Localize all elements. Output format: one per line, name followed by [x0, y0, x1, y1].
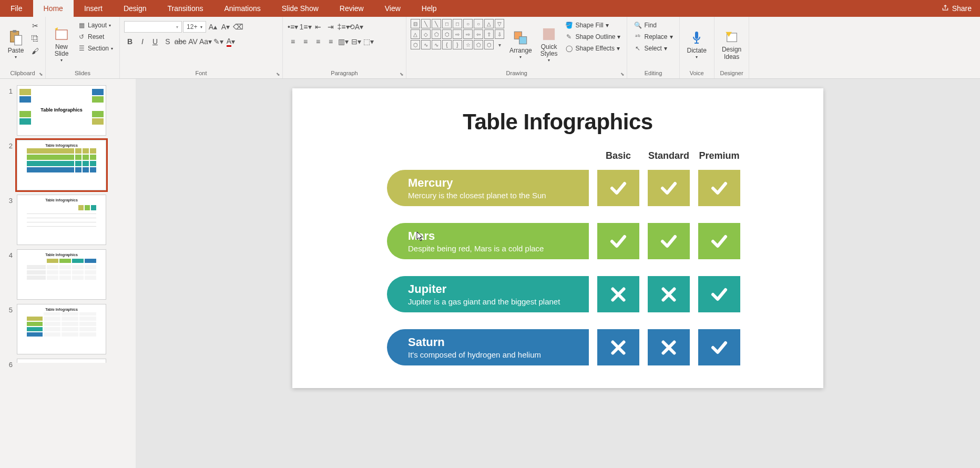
line-spacing-button[interactable]: ‡≡▾ — [338, 21, 349, 33]
cross-icon[interactable] — [648, 276, 690, 312]
tab-animations[interactable]: Animations — [213, 0, 271, 17]
copy-button[interactable]: ⿻ — [29, 33, 41, 44]
cut-button[interactable]: ✂ — [29, 20, 41, 32]
decrease-font-button[interactable]: A▾ — [220, 21, 231, 33]
design-ideas-button[interactable]: Design Ideas — [719, 19, 744, 70]
bold-button[interactable]: B — [124, 36, 136, 47]
thumbnail-6[interactable] — [17, 359, 106, 363]
strike-button[interactable]: abc — [175, 36, 186, 47]
slide-thumbnails[interactable]: 1 Table Infographics 2 Table Infographic… — [0, 79, 136, 468]
drawing-launcher[interactable]: ⬊ — [619, 71, 626, 77]
check-icon[interactable] — [597, 223, 639, 259]
find-button[interactable]: 🔍Find — [631, 20, 675, 30]
table-row-jupiter[interactable]: JupiterJupiter is a gas giant and the bi… — [387, 276, 797, 312]
check-icon[interactable] — [648, 223, 690, 259]
numbering-button[interactable]: 1≡▾ — [300, 21, 311, 33]
line-spacing-icon: ‡≡ — [338, 23, 346, 31]
table-infographic[interactable]: Basic Standard Premium MercuryMercury is… — [387, 150, 797, 365]
paste-button[interactable]: Paste ▾ — [4, 19, 27, 70]
reset-button[interactable]: ↺Reset — [75, 32, 115, 42]
change-case-button[interactable]: Aa▾ — [200, 36, 211, 47]
layout-button[interactable]: ▦Layout ▾ — [75, 20, 115, 30]
text-direction-button[interactable]: ⟲A▾ — [350, 21, 362, 33]
increase-font-button[interactable]: A▴ — [207, 21, 219, 33]
check-icon[interactable] — [698, 329, 740, 365]
shape-textbox-icon[interactable]: ⊟ — [411, 19, 420, 28]
slide[interactable]: Table Infographics Basic Standard Premiu… — [292, 88, 823, 388]
columns-button[interactable]: ▥▾ — [338, 36, 349, 47]
tab-review[interactable]: Review — [329, 0, 374, 17]
shapes-gallery[interactable]: ⊟╲╲□□○○△▽ △◇⬠⬡⇨⇨⇦⇧⇩ ⬡∿∿{}☆⬠⬡▾ — [411, 19, 504, 70]
shape-effects-button[interactable]: ◯Shape Effects ▾ — [563, 43, 622, 54]
dictate-button[interactable]: Dictate▾ — [684, 19, 710, 70]
clear-formatting-button[interactable]: ⌫ — [232, 21, 244, 33]
format-painter-button[interactable]: 🖌 — [29, 45, 41, 57]
group-voice: Dictate▾ Voice — [680, 17, 714, 78]
replace-button[interactable]: ᵃᵇReplace ▾ — [631, 32, 675, 42]
quick-styles-button[interactable]: Quick Styles▾ — [537, 19, 561, 70]
font-color-button[interactable]: A▾ — [225, 36, 237, 47]
justify-button[interactable]: ≡ — [325, 36, 336, 47]
table-row-saturn[interactable]: SaturnIt's composed of hydrogen and heli… — [387, 329, 797, 365]
italic-button[interactable]: I — [137, 36, 148, 47]
align-center-button[interactable]: ≡ — [300, 36, 311, 47]
shape-outline-label: Shape Outline — [575, 33, 615, 40]
font-launcher[interactable]: ⬊ — [275, 71, 281, 77]
font-name-input[interactable]: ▾ — [124, 21, 182, 33]
clipboard-launcher[interactable]: ⬊ — [38, 71, 44, 77]
highlight-button[interactable]: ✎▾ — [212, 36, 224, 47]
tab-home[interactable]: Home — [33, 0, 74, 17]
row-label[interactable]: JupiterJupiter is a gas giant and the bi… — [387, 276, 589, 312]
tab-file[interactable]: File — [0, 0, 33, 17]
check-icon[interactable] — [597, 170, 639, 206]
tab-insert[interactable]: Insert — [74, 0, 113, 17]
shadow-button[interactable]: S — [162, 36, 173, 47]
table-row-mars[interactable]: MarsDespite being red, Mars is a cold pl… — [387, 223, 797, 259]
indent-decrease-button[interactable]: ⇤ — [312, 21, 324, 33]
arrange-button[interactable]: Arrange▾ — [506, 19, 535, 70]
select-button[interactable]: ↖Select ▾ — [631, 43, 675, 54]
tab-slideshow[interactable]: Slide Show — [271, 0, 329, 17]
slide-canvas-area[interactable]: Table Infographics Basic Standard Premiu… — [136, 79, 980, 468]
tab-view[interactable]: View — [374, 0, 411, 17]
tab-design[interactable]: Design — [113, 0, 157, 17]
paste-icon — [7, 29, 24, 46]
tab-help[interactable]: Help — [411, 0, 447, 17]
cross-icon[interactable] — [597, 329, 639, 365]
cross-icon[interactable] — [597, 276, 639, 312]
new-slide-button[interactable]: New Slide ▾ — [50, 19, 73, 70]
align-text-button[interactable]: ⊟▾ — [350, 36, 362, 47]
shape-outline-button[interactable]: ✎Shape Outline ▾ — [563, 32, 622, 42]
check-icon[interactable] — [648, 170, 690, 206]
check-icon[interactable] — [698, 276, 740, 312]
char-spacing-button[interactable]: AV — [187, 36, 199, 47]
slide-title[interactable]: Table Infographics — [319, 109, 797, 135]
thumbnail-5[interactable]: Table Infographics — [17, 304, 106, 354]
cross-icon[interactable] — [648, 329, 690, 365]
indent-increase-button[interactable]: ⇥ — [325, 21, 336, 33]
check-icon[interactable] — [698, 223, 740, 259]
check-icon[interactable] — [698, 170, 740, 206]
row-label[interactable]: MercuryMercury is the closest planet to … — [387, 170, 589, 206]
shape-fill-button[interactable]: 🪣Shape Fill ▾ — [563, 20, 622, 30]
thumbnail-4[interactable]: Table Infographics — [17, 249, 106, 300]
align-right-button[interactable]: ≡ — [312, 36, 324, 47]
tab-transitions[interactable]: Transitions — [157, 0, 214, 17]
smartart-button[interactable]: ⬚▾ — [363, 36, 374, 47]
thumbnail-3[interactable]: Table Infographics — [17, 195, 106, 245]
paragraph-launcher[interactable]: ⬊ — [399, 71, 405, 77]
underline-button[interactable]: U — [149, 36, 161, 47]
align-left-button[interactable]: ≡ — [287, 36, 299, 47]
font-size-input[interactable]: 12+▾ — [183, 21, 206, 33]
section-button[interactable]: ☰Section ▾ — [75, 43, 115, 54]
row-label[interactable]: MarsDespite being red, Mars is a cold pl… — [387, 223, 589, 259]
thumbnail-2[interactable]: Table Infographics — [17, 140, 106, 190]
table-row-mercury[interactable]: MercuryMercury is the closest planet to … — [387, 170, 797, 206]
numbering-icon: 1≡ — [300, 23, 308, 31]
row-label[interactable]: SaturnIt's composed of hydrogen and heli… — [387, 329, 589, 365]
thumbnail-1[interactable]: Table Infographics — [17, 85, 106, 136]
bullets-button[interactable]: •≡▾ — [287, 21, 299, 33]
share-button[interactable]: Share — [942, 0, 980, 17]
thumb-2-title: Table Infographics — [17, 140, 106, 147]
svg-rect-2 — [15, 35, 22, 45]
